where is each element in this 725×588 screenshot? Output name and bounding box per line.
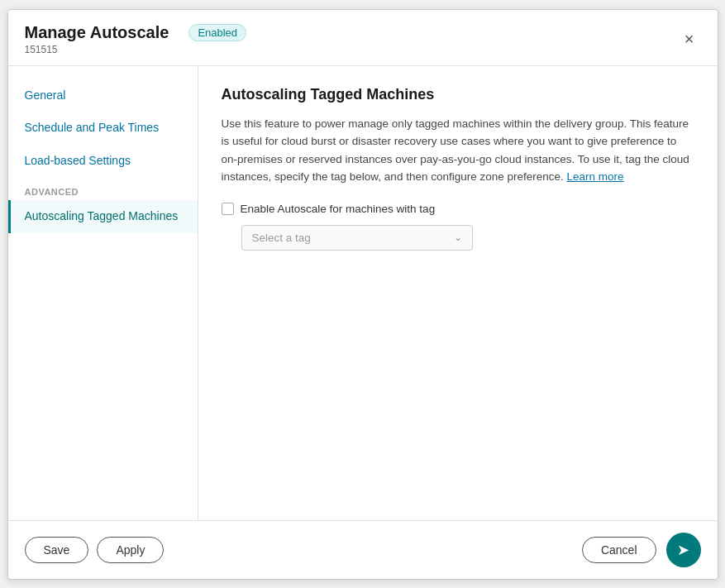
footer-right: Cancel ➤	[582, 533, 701, 567]
cancel-button[interactable]: Cancel	[582, 537, 656, 563]
close-button[interactable]: ×	[678, 27, 701, 50]
sidebar-item-schedule[interactable]: Schedule and Peak Times	[8, 112, 198, 145]
dialog-subtitle: 151515	[25, 44, 678, 55]
save-button[interactable]: Save	[25, 537, 89, 563]
chevron-down-icon: ⌄	[454, 232, 462, 243]
tag-select-dropdown[interactable]: Select a tag ⌄	[241, 225, 473, 251]
section-title: Autoscaling Tagged Machines	[222, 86, 694, 103]
manage-autoscale-dialog: Manage Autoscale Enabled 151515 × Genera…	[7, 9, 718, 580]
sidebar: General Schedule and Peak Times Load-bas…	[8, 66, 198, 520]
tag-select-placeholder: Select a tag	[252, 232, 311, 244]
learn-more-link[interactable]: Learn more	[567, 170, 624, 183]
description-text: Use this feature to power manage only ta…	[222, 115, 694, 186]
sidebar-item-autoscaling-tagged[interactable]: Autoscaling Tagged Machines	[8, 200, 198, 233]
sidebar-item-general[interactable]: General	[8, 79, 198, 112]
header-left: Manage Autoscale Enabled 151515	[25, 23, 678, 55]
sidebar-item-load[interactable]: Load-based Settings	[8, 145, 198, 178]
status-badge: Enabled	[188, 24, 246, 41]
sidebar-advanced-label: ADVANCED	[8, 177, 198, 200]
dialog-title: Manage Autoscale	[25, 23, 169, 42]
main-content: Autoscaling Tagged Machines Use this fea…	[198, 66, 718, 520]
enable-autoscale-row: Enable Autoscale for machines with tag	[222, 203, 694, 215]
footer-left: Save Apply	[25, 537, 165, 563]
dialog-body: General Schedule and Peak Times Load-bas…	[8, 66, 718, 520]
nav-forward-button[interactable]: ➤	[666, 533, 701, 567]
enable-autoscale-checkbox[interactable]	[222, 203, 234, 215]
dialog-header: Manage Autoscale Enabled 151515 ×	[8, 10, 718, 66]
arrow-right-icon: ➤	[677, 541, 689, 559]
apply-button[interactable]: Apply	[97, 537, 164, 563]
enable-autoscale-label: Enable Autoscale for machines with tag	[241, 203, 436, 215]
dialog-footer: Save Apply Cancel ➤	[8, 520, 718, 579]
